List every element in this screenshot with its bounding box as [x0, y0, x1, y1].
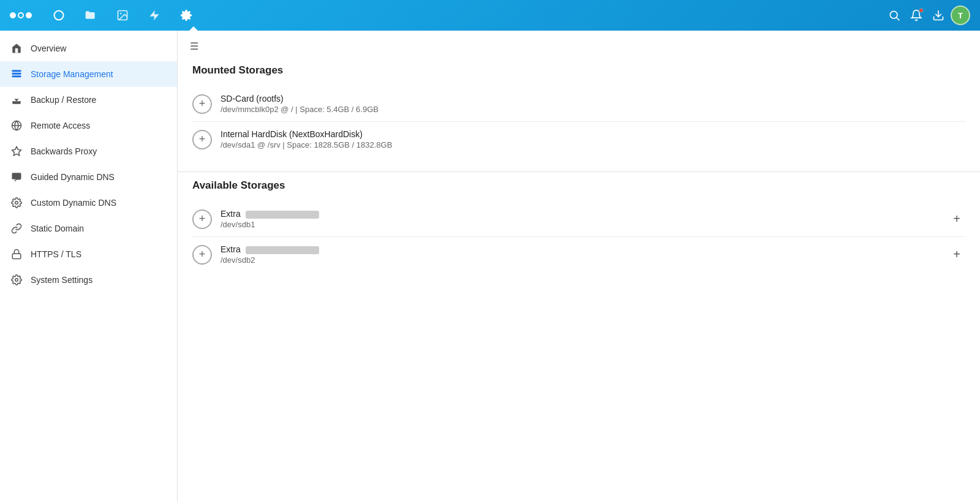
sidebar-label-static-domain: Static Domain: [31, 224, 84, 233]
svg-line-4: [897, 18, 900, 21]
sidebar-label-custom-dynamic-dns: Custom Dynamic DNS: [31, 198, 116, 208]
settings-nav-icon[interactable]: [176, 6, 196, 25]
sidebar-item-backup-restore[interactable]: Backup / Restore: [0, 87, 177, 113]
svg-rect-7: [12, 75, 21, 77]
sidebar-label-backup-restore: Backup / Restore: [31, 95, 96, 105]
sidebar-item-static-domain[interactable]: Static Domain: [0, 216, 177, 241]
available-storage-row-sdb2: + Extra /dev/sdb2 +: [192, 237, 965, 272]
hdd-detail: /dev/sda1 @ /srv | Space: 1828.5GB / 183…: [221, 140, 392, 149]
mounted-storage-item-sdcard: + SD-Card (rootfs) /dev/mmcblk0p2 @ / | …: [192, 86, 965, 122]
sidebar-item-storage-management[interactable]: Storage Management: [0, 61, 177, 87]
sidebar-item-https-tls[interactable]: HTTPS / TLS: [0, 241, 177, 267]
sidebar-label-storage-management: Storage Management: [31, 69, 113, 79]
hamburger-menu-button[interactable]: ☰: [178, 31, 980, 57]
available-storages-section: Available Storages + Extra /dev/sdb1 +: [178, 172, 980, 287]
gear-icon: [10, 196, 23, 209]
sidebar-label-remote-access: Remote Access: [31, 121, 90, 130]
svg-point-14: [15, 279, 18, 282]
sidebar-item-system-settings[interactable]: System Settings: [0, 267, 177, 293]
activity-nav-icon[interactable]: [145, 6, 164, 25]
star-icon: [10, 145, 23, 158]
logo-dot-1: [10, 12, 16, 18]
chat-icon: [10, 170, 23, 184]
download-button[interactable]: [929, 6, 948, 25]
link-icon: [10, 222, 23, 235]
svg-rect-13: [12, 254, 21, 258]
available-storage-left-sdb1: + Extra /dev/sdb1: [192, 209, 948, 229]
sidebar-label-overview: Overview: [31, 43, 66, 53]
globe-icon: [10, 119, 23, 132]
sdb2-info: Extra /dev/sdb2: [221, 244, 319, 265]
mounted-storages-title: Mounted Storages: [192, 64, 965, 77]
sidebar-label-system-settings: System Settings: [31, 275, 92, 285]
available-storage-left-sdb2: + Extra /dev/sdb2: [192, 244, 948, 265]
sdb2-redacted: [246, 246, 319, 254]
sdb2-plus-button[interactable]: +: [192, 245, 212, 265]
image-nav-icon[interactable]: [113, 6, 132, 25]
available-storages-title: Available Storages: [192, 179, 965, 192]
svg-rect-11: [12, 173, 21, 179]
circle-nav-icon[interactable]: [49, 6, 69, 25]
user-avatar[interactable]: T: [951, 6, 970, 25]
logo-dot-2: [18, 12, 24, 18]
hdd-info: Internal HardDisk (NextBoxHardDisk) /dev…: [221, 129, 392, 149]
sdb2-detail: /dev/sdb2: [221, 255, 319, 265]
sidebar-item-guided-dynamic-dns[interactable]: Guided Dynamic DNS: [0, 164, 177, 190]
sdb1-add-button[interactable]: +: [948, 209, 965, 228]
content-area: ☰ Mounted Storages + SD-Card (rootfs) /d…: [178, 31, 980, 501]
topbar-right: T: [884, 6, 970, 25]
notification-badge: [919, 8, 924, 13]
sidebar-label-https-tls: HTTPS / TLS: [31, 249, 81, 259]
mounted-storage-item-hdd: + Internal HardDisk (NextBoxHardDisk) /d…: [192, 122, 965, 157]
available-storage-row-sdb1: + Extra /dev/sdb1 +: [192, 202, 965, 237]
sidebar-label-backwards-proxy: Backwards Proxy: [31, 146, 97, 156]
topbar-left: [10, 6, 196, 25]
sidebar: Overview Storage Management Backup / Res…: [0, 31, 178, 501]
hdd-name: Internal HardDisk (NextBoxHardDisk): [221, 129, 392, 139]
topbar: T: [0, 0, 980, 31]
sdb1-info: Extra /dev/sdb1: [221, 209, 319, 229]
lock-icon: [10, 247, 23, 261]
system-gear-icon: [10, 273, 23, 287]
svg-marker-10: [12, 147, 21, 156]
sdcard-name: SD-Card (rootfs): [221, 94, 379, 104]
svg-rect-6: [12, 73, 21, 75]
sdcard-info: SD-Card (rootfs) /dev/mmcblk0p2 @ / | Sp…: [221, 94, 379, 114]
sdb2-add-button[interactable]: +: [948, 245, 965, 264]
folder-nav-icon[interactable]: [81, 6, 100, 25]
notification-button[interactable]: [907, 6, 926, 25]
svg-point-2: [120, 13, 122, 14]
storage-icon: [10, 67, 23, 81]
sdcard-detail: /dev/mmcblk0p2 @ / | Space: 5.4GB / 6.9G…: [221, 105, 379, 114]
sdb1-redacted: [246, 211, 319, 219]
svg-point-3: [890, 11, 897, 18]
logo-dot-3: [26, 12, 32, 18]
sidebar-item-backwards-proxy[interactable]: Backwards Proxy: [0, 138, 177, 164]
mounted-storages-section: Mounted Storages + SD-Card (rootfs) /dev…: [178, 57, 980, 171]
sdb1-plus-button[interactable]: +: [192, 209, 212, 229]
svg-point-12: [15, 202, 18, 205]
search-button[interactable]: [884, 6, 904, 25]
main-layout: Overview Storage Management Backup / Res…: [0, 31, 980, 501]
backup-icon: [10, 93, 23, 107]
svg-rect-5: [12, 70, 21, 72]
home-icon: [10, 42, 23, 55]
sdcard-plus-button[interactable]: +: [192, 94, 212, 114]
nextcloud-logo[interactable]: [10, 12, 32, 18]
hdd-plus-button[interactable]: +: [192, 130, 212, 149]
sidebar-label-guided-dynamic-dns: Guided Dynamic DNS: [31, 172, 115, 182]
sdb2-name: Extra: [221, 244, 319, 254]
svg-point-0: [55, 11, 64, 20]
sidebar-item-overview[interactable]: Overview: [0, 36, 177, 61]
sdb1-detail: /dev/sdb1: [221, 220, 319, 229]
sdb1-name: Extra: [221, 209, 319, 219]
active-indicator: [189, 26, 198, 31]
sidebar-item-custom-dynamic-dns[interactable]: Custom Dynamic DNS: [0, 190, 177, 216]
sidebar-item-remote-access[interactable]: Remote Access: [0, 113, 177, 138]
